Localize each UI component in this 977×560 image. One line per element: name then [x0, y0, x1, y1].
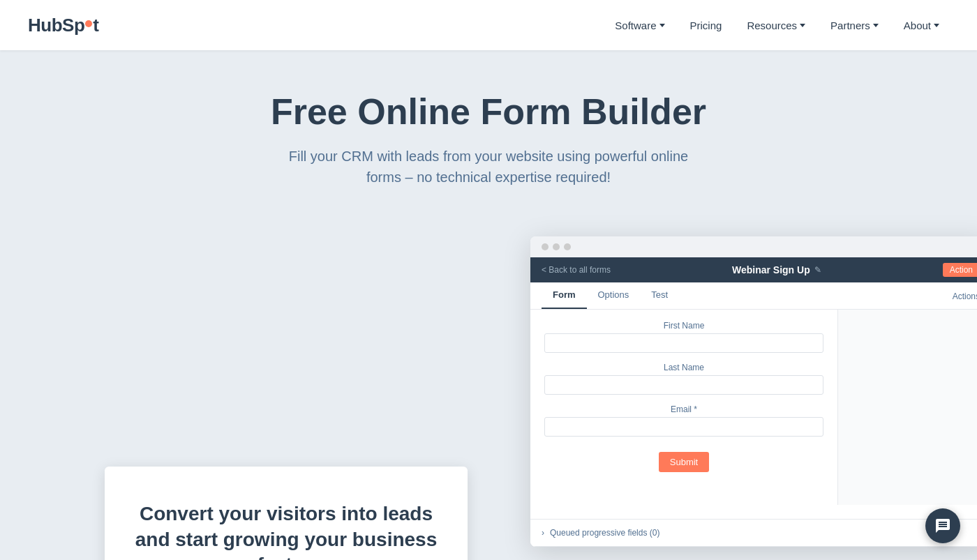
card-heading: Convert your visitors into leads and sta…: [133, 501, 440, 560]
form-body: First Name Last Name Email * Submit: [530, 310, 977, 505]
queued-fields-label: Queued progressive fields (0): [550, 528, 659, 538]
chevron-down-icon: [873, 24, 879, 27]
edit-icon[interactable]: ✎: [814, 265, 821, 275]
action-button[interactable]: Action: [943, 263, 977, 277]
tab-options[interactable]: Options: [587, 282, 641, 309]
input-email[interactable]: [544, 417, 823, 437]
browser-toolbar: [530, 236, 977, 257]
chevron-down-icon: [934, 24, 939, 27]
field-last-name: Last Name: [544, 363, 823, 395]
chat-button[interactable]: [925, 508, 960, 543]
nav-software[interactable]: Software: [605, 14, 674, 37]
chevron-down-icon: [800, 24, 805, 27]
app-bar: < Back to all forms Webinar Sign Up ✎ Ac…: [530, 257, 977, 282]
form-title: Webinar Sign Up: [732, 264, 810, 275]
logo-dot: [85, 20, 92, 27]
browser-dot-2: [553, 243, 560, 250]
form-fields-panel: First Name Last Name Email * Submit: [530, 310, 837, 505]
browser-content: < Back to all forms Webinar Sign Up ✎ Ac…: [530, 257, 977, 547]
hero-content: < Back to all forms Webinar Sign Up ✎ Ac…: [14, 222, 963, 560]
tab-test[interactable]: Test: [640, 282, 679, 309]
form-sidebar: [837, 310, 977, 505]
chat-icon: [934, 517, 951, 534]
form-tabs: Form Options Test Actions: [530, 282, 977, 310]
tab-form[interactable]: Form: [542, 282, 587, 309]
hero-title: Free Online Form Builder: [14, 92, 963, 132]
browser-dot-3: [564, 243, 571, 250]
back-link[interactable]: < Back to all forms: [542, 265, 611, 275]
nav-partners[interactable]: Partners: [821, 14, 888, 37]
tab-actions: Actions: [953, 282, 977, 309]
logo-text-t: t: [93, 15, 98, 36]
label-email: Email *: [544, 404, 823, 414]
hero-section: Free Online Form Builder Fill your CRM w…: [0, 50, 977, 560]
chevron-down-icon: [659, 24, 665, 27]
logo-text-sp: Sp: [62, 15, 84, 36]
field-first-name: First Name: [544, 321, 823, 353]
main-nav: Software Pricing Resources Partners Abou…: [605, 14, 949, 37]
form-submit-button[interactable]: Submit: [659, 452, 709, 472]
hero-card: Convert your visitors into leads and sta…: [105, 467, 468, 560]
actions-label: Actions: [953, 292, 977, 301]
logo[interactable]: HubSpt: [28, 15, 98, 36]
label-last-name: Last Name: [544, 363, 823, 372]
browser-dot-1: [542, 243, 549, 250]
logo-text-hub: Hub: [28, 15, 62, 36]
input-first-name[interactable]: [544, 333, 823, 353]
nav-pricing[interactable]: Pricing: [680, 14, 732, 37]
queued-fields-header[interactable]: › Queued progressive fields (0): [530, 520, 977, 547]
nav-about[interactable]: About: [894, 14, 949, 37]
header: HubSpt Software Pricing Resources Partne…: [0, 0, 977, 50]
input-last-name[interactable]: [544, 375, 823, 395]
label-first-name: First Name: [544, 321, 823, 331]
chevron-right-icon: ›: [542, 528, 544, 538]
field-email: Email *: [544, 404, 823, 437]
browser-mockup: < Back to all forms Webinar Sign Up ✎ Ac…: [530, 236, 977, 547]
queued-fields-section: › Queued progressive fields (0): [530, 519, 977, 547]
nav-resources[interactable]: Resources: [737, 14, 815, 37]
hero-subtitle: Fill your CRM with leads from your websi…: [272, 146, 705, 188]
